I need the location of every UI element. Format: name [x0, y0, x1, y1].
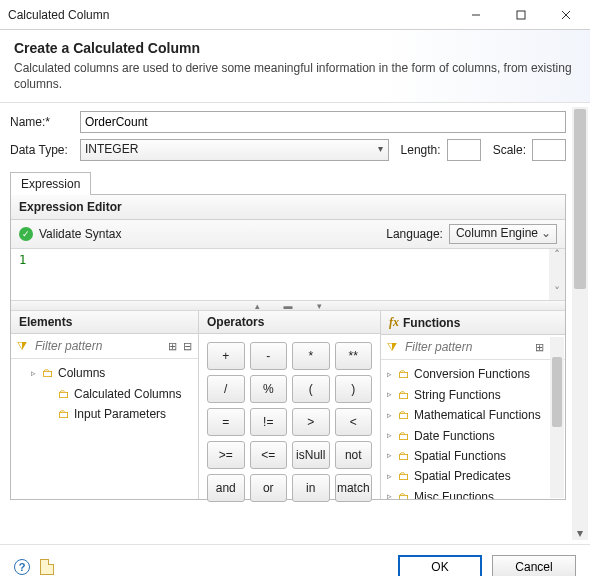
operator-button[interactable]: <: [335, 408, 373, 436]
operator-button[interactable]: ): [335, 375, 373, 403]
maximize-button[interactable]: [498, 0, 543, 30]
language-value: Column Engine: [456, 226, 538, 240]
tree-item-label: Date Functions: [414, 426, 495, 446]
tree-item-label: Spatial Functions: [414, 446, 506, 466]
functions-title: Functions: [403, 316, 460, 330]
horizontal-splitter[interactable]: ▴▬▾: [11, 301, 565, 311]
folder-icon: 🗀: [58, 404, 70, 424]
folder-icon: 🗀: [398, 426, 410, 446]
expression-content: 1: [19, 253, 26, 267]
length-input[interactable]: [447, 139, 481, 161]
new-document-icon[interactable]: [40, 559, 54, 575]
expression-editor-title: Expression Editor: [11, 195, 565, 220]
operator-button[interactable]: +: [207, 342, 245, 370]
tree-item-label: Calculated Columns: [74, 384, 181, 404]
functions-tree-item[interactable]: ▹🗀Conversion Functions: [385, 364, 549, 384]
tree-item-label: String Functions: [414, 385, 501, 405]
editor-scrollbar[interactable]: ˆˇ: [549, 249, 565, 300]
operator-button[interactable]: (: [292, 375, 330, 403]
folder-icon: 🗀: [398, 487, 410, 500]
length-label: Length:: [401, 143, 441, 157]
tree-item-label: Misc Functions: [414, 487, 494, 500]
folder-icon: 🗀: [398, 385, 410, 405]
caret-icon: ▹: [385, 428, 394, 443]
tree-item-label: Mathematical Functions: [414, 405, 541, 425]
operator-button[interactable]: -: [250, 342, 288, 370]
operators-title: Operators: [199, 311, 380, 334]
operator-button[interactable]: >=: [207, 441, 245, 469]
functions-filter-input[interactable]: [403, 338, 529, 356]
language-label: Language:: [386, 227, 443, 241]
folder-icon: 🗀: [42, 363, 54, 383]
expand-all-icon[interactable]: ⊞: [535, 341, 544, 354]
expand-all-icon[interactable]: ⊞: [168, 340, 177, 353]
body-scrollbar[interactable]: ▴ ▾: [572, 107, 588, 540]
tree-item-label: Input Parameters: [74, 404, 166, 424]
caret-icon: ▹: [385, 408, 394, 423]
folder-icon: 🗀: [398, 466, 410, 486]
caret-icon: ▹: [385, 489, 394, 499]
page-description: Calculated columns are used to derive so…: [14, 60, 576, 92]
tree-item-label: Conversion Functions: [414, 364, 530, 384]
elements-filter-input[interactable]: [33, 337, 162, 355]
scale-label: Scale:: [493, 143, 526, 157]
operator-button[interactable]: in: [292, 474, 330, 502]
folder-icon: 🗀: [398, 405, 410, 425]
operator-button[interactable]: %: [250, 375, 288, 403]
operator-button[interactable]: *: [292, 342, 330, 370]
operator-button[interactable]: !=: [250, 408, 288, 436]
window-title: Calculated Column: [8, 8, 453, 22]
operator-button[interactable]: and: [207, 474, 245, 502]
elements-tree-item[interactable]: 🗀Input Parameters: [15, 404, 194, 424]
validate-syntax-button[interactable]: ✓ Validate Syntax: [19, 227, 386, 241]
tab-expression[interactable]: Expression: [10, 172, 91, 195]
operator-button[interactable]: or: [250, 474, 288, 502]
tree-item-label: Columns: [58, 363, 105, 383]
scale-input[interactable]: [532, 139, 566, 161]
close-button[interactable]: [543, 0, 588, 30]
folder-icon: 🗀: [398, 364, 410, 384]
operator-button[interactable]: **: [335, 342, 373, 370]
functions-tree-item[interactable]: ▹🗀Mathematical Functions: [385, 405, 549, 425]
operator-button[interactable]: >: [292, 408, 330, 436]
expression-editor[interactable]: 1 ˆˇ: [11, 249, 565, 301]
caret-icon: ▹: [29, 366, 38, 381]
elements-title: Elements: [11, 311, 198, 334]
ok-button[interactable]: OK: [398, 555, 482, 576]
functions-tree-item[interactable]: ▹🗀Date Functions: [385, 426, 549, 446]
help-icon[interactable]: ?: [14, 559, 30, 575]
language-select[interactable]: Column Engine: [449, 224, 557, 244]
caret-icon: ▹: [385, 367, 394, 382]
caret-icon: ▹: [385, 469, 394, 484]
operator-button[interactable]: =: [207, 408, 245, 436]
operator-button[interactable]: isNull: [292, 441, 330, 469]
svg-rect-1: [517, 11, 525, 19]
fx-icon: fx: [389, 315, 399, 330]
operator-button[interactable]: /: [207, 375, 245, 403]
functions-tree-item[interactable]: ▹🗀Misc Functions: [385, 487, 549, 500]
datatype-label: Data Type:: [10, 143, 80, 157]
caret-icon: ▹: [385, 448, 394, 463]
functions-tree-item[interactable]: ▹🗀Spatial Predicates: [385, 466, 549, 486]
elements-tree-item[interactable]: ▹🗀Columns: [15, 363, 194, 383]
tree-item-label: Spatial Predicates: [414, 466, 511, 486]
collapse-all-icon[interactable]: ⊟: [183, 340, 192, 353]
minimize-button[interactable]: [453, 0, 498, 30]
name-input[interactable]: [80, 111, 566, 133]
folder-icon: 🗀: [398, 446, 410, 466]
operator-button[interactable]: not: [335, 441, 373, 469]
check-icon: ✓: [19, 227, 33, 241]
cancel-button[interactable]: Cancel: [492, 555, 576, 576]
functions-tree-item[interactable]: ▹🗀String Functions: [385, 385, 549, 405]
caret-icon: ▹: [385, 387, 394, 402]
datatype-value: INTEGER: [85, 142, 138, 156]
validate-syntax-label: Validate Syntax: [39, 227, 122, 241]
functions-scrollbar[interactable]: [550, 337, 564, 498]
operator-button[interactable]: <=: [250, 441, 288, 469]
datatype-select[interactable]: INTEGER: [80, 139, 389, 161]
functions-tree-item[interactable]: ▹🗀Spatial Functions: [385, 446, 549, 466]
elements-tree-item[interactable]: 🗀Calculated Columns: [15, 384, 194, 404]
page-heading: Create a Calculated Column: [14, 40, 576, 56]
operator-button[interactable]: match: [335, 474, 373, 502]
filter-icon: ⧩: [387, 340, 397, 354]
